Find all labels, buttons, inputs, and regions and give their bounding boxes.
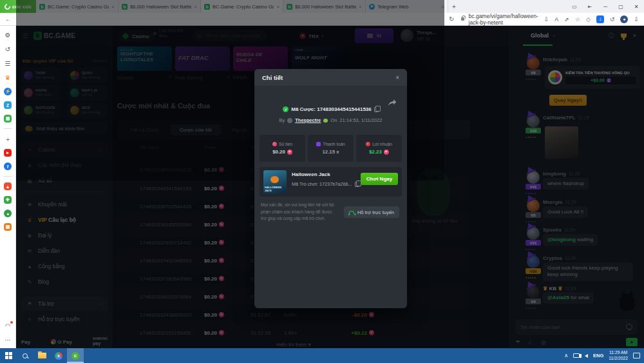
system-tray: ∧ ENG 11:29 AM11/2/2022 (564, 350, 644, 362)
url-text[interactable]: bc.game/vi/game/halloween-jack-by-netent (469, 13, 540, 26)
stat-payout: Thanh toán 12.15 x (308, 135, 354, 162)
headset-icon (349, 211, 354, 214)
translate-icon[interactable]: A (554, 16, 558, 23)
start-button[interactable] (0, 348, 17, 363)
profit-icon (366, 142, 370, 146)
shop-icon[interactable]: ✚ (4, 196, 12, 204)
tab-search-icon[interactable]: ▭ (567, 0, 582, 13)
bet-user-link[interactable]: Thespectre (295, 117, 321, 123)
game-id-line: Mã Trò chơi: 17237b7a266... (292, 181, 359, 187)
browser-sidebar: ⚙ ↺ ☰ ♛ ⚡ Z ▣ ＋ ▸ f ▲ ✚ ● ▤ ◠ ⋯ (0, 26, 16, 348)
reload-icon[interactable]: ↻ (449, 15, 454, 23)
coccoc-taskbar-icon[interactable]: c (67, 348, 84, 363)
youtube-icon[interactable]: ▸ (4, 149, 12, 157)
adblock-shield-icon[interactable]: ◇ (586, 16, 591, 23)
history-icon[interactable]: ↺ (4, 45, 12, 54)
taskbar-search-icon[interactable] (17, 348, 33, 363)
newsfeed-icon[interactable]: ☰ (4, 59, 12, 68)
rewards-crown-icon[interactable]: ♛ (4, 74, 12, 82)
game-name: Halloween Jack (292, 172, 330, 177)
cart-icon[interactable]: ▤ (4, 223, 12, 231)
downloads-tray-icon[interactable]: ⇩ (634, 16, 639, 23)
network-icon[interactable] (573, 353, 580, 358)
stat-amount: Số tiền $0.20 (260, 135, 305, 162)
verified-check-icon: ✓ (283, 106, 289, 112)
sidebar-divider (3, 128, 12, 129)
payout-icon (316, 142, 321, 146)
save-page-icon[interactable]: ⇩ (544, 16, 549, 23)
tab-history-icon[interactable]: ⇤ (582, 0, 598, 13)
facebook-icon[interactable]: f (4, 162, 12, 170)
copy-icon[interactable] (374, 107, 379, 112)
more-options-icon[interactable]: ⋯ (4, 336, 12, 344)
deals-icon[interactable]: ● (4, 210, 12, 217)
language-indicator[interactable]: ENG (593, 353, 603, 358)
settings-gear-icon[interactable]: ⚙ (4, 31, 12, 39)
add-shortcut-icon[interactable]: ＋ (4, 135, 12, 143)
modal-header: Chi tiết × (254, 69, 407, 86)
support-note: Mọi vấn đề, xin vui lòng liên hệ với bộ … (261, 202, 338, 222)
share-icon[interactable]: ⇗ (564, 16, 569, 23)
bet-details-modal: Chi tiết × ✓ Mã Cược: 174830344541544153… (254, 69, 407, 308)
back-icon[interactable]: ← (5, 15, 12, 23)
chrome-icon[interactable] (50, 348, 67, 363)
address-bar: ← → ↻ bc.game/vi/game/halloween-jack-by-… (0, 13, 644, 26)
trx-coin-icon (384, 150, 389, 155)
sidebar-divider (3, 176, 12, 177)
bet-stats: Số tiền $0.20 Thanh toán 12.15 x Lợi nhu… (260, 135, 402, 162)
turtle-emoji-icon (323, 119, 328, 123)
copy-icon[interactable] (355, 182, 359, 187)
sync-icon[interactable]: ↺ (610, 16, 615, 23)
minimize-button[interactable]: ─ (598, 0, 613, 13)
modal-close-icon[interactable]: × (395, 74, 399, 81)
coccoc-ring-icon (3, 3, 12, 11)
lock-icon[interactable] (461, 17, 464, 21)
game-thumbnail[interactable]: HALLOWEEN JACK (263, 170, 287, 193)
notifications-bell-icon[interactable]: ◠ (4, 322, 12, 330)
windows-taskbar: c ∧ ENG 11:29 AM11/2/2022 (0, 348, 644, 363)
bet-id-line: ✓ Mã Cược: 1748303445415441536 (254, 106, 407, 112)
download-manager-icon[interactable]: ↓ (596, 15, 604, 23)
bcgame-page: ☰ b BC.GAME Đặc quyền VIP của tôi Thêm ›… (16, 26, 644, 348)
stat-profit: Lợi nhuận $2.23 (356, 135, 402, 162)
mini-avatar-icon (287, 118, 292, 123)
games-icon[interactable]: ▣ (4, 115, 12, 123)
action-center-icon[interactable] (633, 353, 640, 358)
new-tab-button[interactable]: + (448, 0, 460, 13)
modal-title: Chi tiết (262, 74, 283, 81)
trx-coin-icon (287, 150, 292, 155)
shopee-icon[interactable]: ▲ (4, 182, 12, 190)
zalo-icon[interactable]: Z (4, 101, 12, 109)
close-window-button[interactable]: ✕ (629, 0, 644, 13)
amount-icon (272, 142, 277, 146)
maximize-button[interactable]: ▢ (613, 0, 629, 13)
play-now-button[interactable]: Chơi Ngay (361, 173, 398, 185)
volume-icon[interactable] (585, 354, 588, 358)
game-card: HALLOWEEN JACK Halloween Jack Mã Trò chơ… (260, 167, 402, 197)
bet-author-line: By Thespectre On 21:14:53, 1/11/2022 (254, 117, 407, 123)
profile-avatar-icon[interactable]: ● (620, 15, 628, 23)
file-explorer-icon[interactable] (33, 348, 50, 363)
pumpkin-icon (270, 176, 279, 183)
taskbar-clock[interactable]: 11:29 AM11/2/2022 (609, 350, 628, 362)
hidden-icons-chevron[interactable]: ∧ (564, 353, 568, 358)
live-support-button[interactable]: Hỗ trợ trực tuyến (344, 206, 399, 218)
bookmark-star-icon[interactable]: ☆ (575, 16, 580, 23)
messenger-icon[interactable]: ⚡ (4, 88, 12, 95)
